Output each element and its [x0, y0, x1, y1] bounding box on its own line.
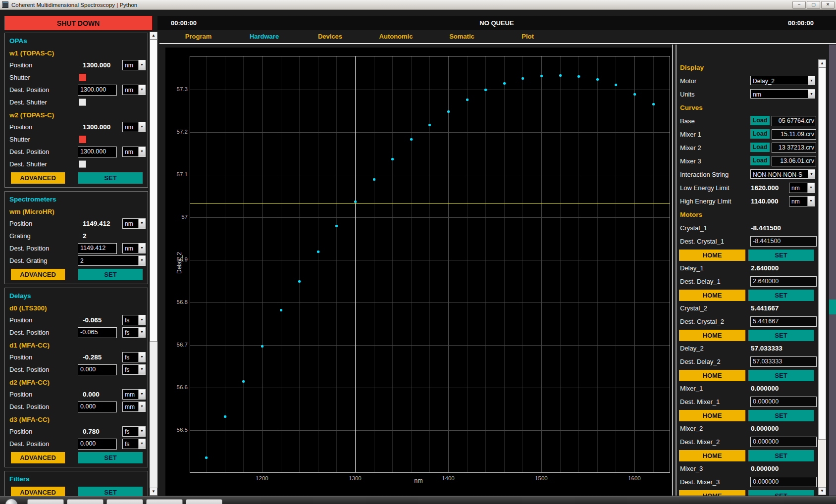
- chevron-down-icon[interactable]: ▼: [138, 427, 145, 436]
- unit-dropdown[interactable]: nm▼: [122, 147, 146, 157]
- unit-dropdown[interactable]: fs▼: [122, 439, 146, 449]
- set-button[interactable]: SET: [78, 487, 143, 496]
- dest-shutter-checkbox[interactable]: [79, 99, 86, 106]
- value-input[interactable]: 0.000: [78, 364, 117, 375]
- unit-dropdown[interactable]: nm▼: [122, 122, 146, 132]
- tab-somatic[interactable]: Somatic: [429, 33, 495, 44]
- home-button[interactable]: HOME: [679, 410, 745, 421]
- chevron-down-icon[interactable]: ▼: [138, 365, 145, 374]
- value-input[interactable]: -0.065: [78, 327, 117, 338]
- tab-plot[interactable]: Plot: [495, 33, 561, 44]
- unit-dropdown[interactable]: nm▼: [122, 218, 146, 229]
- set-button[interactable]: SET: [748, 410, 814, 421]
- start-button[interactable]: [5, 499, 18, 504]
- home-button[interactable]: HOME: [679, 250, 745, 261]
- chevron-down-icon[interactable]: ▼: [138, 328, 145, 337]
- set-button[interactable]: SET: [78, 172, 143, 184]
- set-button[interactable]: SET: [78, 269, 143, 280]
- maximize-button[interactable]: ▢: [807, 1, 820, 9]
- right-scrollbar[interactable]: ▲ ▼: [818, 59, 826, 495]
- load-mixer-2-button[interactable]: Load: [750, 143, 770, 152]
- tab-autonomic[interactable]: Autonomic: [363, 33, 429, 44]
- motor-dest-input[interactable]: -8.441500: [750, 236, 817, 247]
- unit-dropdown[interactable]: fs▼: [122, 352, 146, 362]
- unit-dropdown[interactable]: mm▼: [122, 402, 146, 412]
- chevron-down-icon[interactable]: ▼: [808, 170, 815, 178]
- taskbar-button[interactable]: [67, 499, 104, 504]
- home-button[interactable]: HOME: [679, 450, 745, 461]
- tab-program[interactable]: Program: [165, 33, 231, 44]
- chevron-down-icon[interactable]: ▼: [138, 390, 145, 399]
- home-button[interactable]: HOME: [679, 490, 745, 496]
- set-button[interactable]: SET: [748, 370, 814, 381]
- chevron-down-icon[interactable]: ▼: [138, 219, 145, 228]
- interaction-string-dropdown[interactable]: NON-NON-NON-S▼: [750, 169, 815, 179]
- dest-shutter-checkbox[interactable]: [79, 160, 86, 168]
- unit-dropdown[interactable]: nm▼: [122, 243, 146, 253]
- advanced-button[interactable]: ADVANCED: [11, 269, 65, 280]
- scroll-up-icon[interactable]: ▲: [150, 32, 157, 40]
- unit-dropdown[interactable]: nm▼: [789, 183, 815, 193]
- unit-dropdown[interactable]: nm▼: [122, 85, 146, 95]
- chevron-down-icon[interactable]: ▼: [138, 122, 145, 132]
- chevron-down-icon[interactable]: ▼: [808, 76, 815, 85]
- advanced-button[interactable]: ADVANCED: [11, 452, 65, 463]
- motor-dest-input[interactable]: 2.640000: [750, 276, 817, 287]
- load-mixer-3-button[interactable]: Load: [750, 156, 770, 165]
- chevron-down-icon[interactable]: ▼: [138, 353, 145, 362]
- value-input[interactable]: 1149.412: [78, 243, 117, 254]
- chevron-down-icon[interactable]: ▼: [808, 90, 815, 98]
- unit-dropdown[interactable]: fs▼: [122, 426, 146, 437]
- chevron-down-icon[interactable]: ▼: [138, 439, 145, 449]
- chevron-down-icon[interactable]: ▼: [138, 315, 145, 325]
- chevron-down-icon[interactable]: ▼: [138, 85, 145, 95]
- chevron-down-icon[interactable]: ▼: [138, 147, 145, 156]
- value-input[interactable]: 1300.000: [78, 85, 117, 96]
- tab-devices[interactable]: Devices: [297, 33, 363, 44]
- taskbar-button[interactable]: [27, 499, 64, 504]
- load-mixer-1-button[interactable]: Load: [750, 129, 770, 139]
- unit-dropdown[interactable]: nm▼: [122, 60, 146, 70]
- grating-dropdown[interactable]: 2▼: [78, 255, 146, 266]
- motor-dest-input[interactable]: 0.000000: [750, 397, 817, 407]
- units-dropdown[interactable]: nm▼: [750, 89, 815, 99]
- chevron-down-icon[interactable]: ▼: [807, 183, 814, 193]
- tab-hardware[interactable]: Hardware: [231, 33, 297, 44]
- chevron-down-icon[interactable]: ▼: [807, 197, 814, 206]
- close-button[interactable]: ✕: [821, 1, 835, 9]
- advanced-button[interactable]: ADVANCED: [11, 487, 65, 496]
- set-button[interactable]: SET: [748, 290, 814, 301]
- unit-dropdown[interactable]: fs▼: [122, 327, 146, 338]
- chevron-down-icon[interactable]: ▼: [138, 256, 145, 265]
- home-button[interactable]: HOME: [679, 370, 745, 381]
- set-button[interactable]: SET: [748, 450, 814, 461]
- chevron-down-icon[interactable]: ▼: [138, 244, 145, 253]
- taskbar-button[interactable]: [106, 499, 143, 504]
- value-input[interactable]: 0.000: [78, 439, 117, 450]
- tuning-curve-plot[interactable]: Delay_2 56.556.656.756.856.95757.157.257…: [165, 48, 672, 496]
- left-scrollbar[interactable]: ▲ ▼: [150, 32, 157, 496]
- scroll-up-icon[interactable]: ▲: [818, 59, 826, 67]
- value-input[interactable]: 0.000: [78, 402, 117, 412]
- home-button[interactable]: HOME: [679, 290, 745, 301]
- motor-dest-input[interactable]: 5.441667: [750, 316, 817, 327]
- panel-splitter[interactable]: [672, 45, 677, 496]
- minimize-button[interactable]: –: [792, 1, 806, 9]
- unit-dropdown[interactable]: fs▼: [122, 364, 146, 375]
- chevron-down-icon[interactable]: ▼: [138, 60, 145, 70]
- advanced-button[interactable]: ADVANCED: [11, 172, 65, 184]
- load-base-button[interactable]: Load: [750, 116, 770, 125]
- shut-down-button[interactable]: SHUT DOWN: [4, 16, 152, 30]
- motor-dropdown[interactable]: Delay_2▼: [750, 76, 815, 85]
- unit-dropdown[interactable]: mm▼: [122, 389, 146, 400]
- unit-dropdown[interactable]: fs▼: [122, 315, 146, 325]
- set-button[interactable]: SET: [78, 452, 143, 463]
- set-button[interactable]: SET: [748, 250, 814, 261]
- set-button[interactable]: SET: [748, 490, 814, 496]
- motor-dest-input[interactable]: 57.033333: [750, 356, 817, 367]
- unit-dropdown[interactable]: nm▼: [789, 196, 815, 206]
- value-input[interactable]: 1300.000: [78, 147, 117, 157]
- motor-dest-input[interactable]: 0.000000: [750, 437, 817, 447]
- chevron-down-icon[interactable]: ▼: [138, 402, 145, 411]
- motor-dest-input[interactable]: 0.000000: [750, 477, 817, 487]
